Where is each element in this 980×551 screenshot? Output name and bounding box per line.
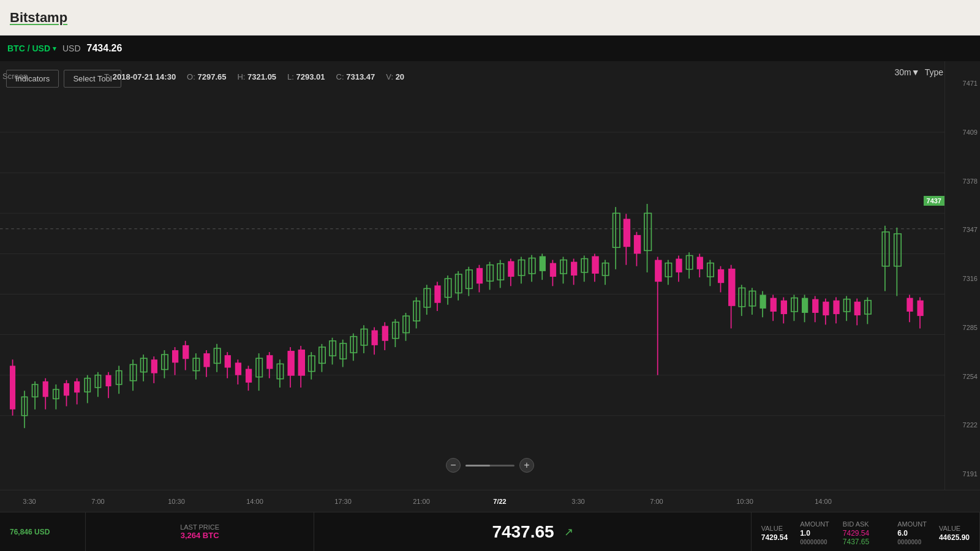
- svg-rect-63: [287, 351, 294, 376]
- last-price-section: LAST PRICE 3,264 BTC: [86, 512, 314, 551]
- svg-rect-25: [85, 378, 90, 392]
- svg-rect-49: [214, 348, 221, 363]
- pair-selector[interactable]: BTC / USD ▾: [7, 43, 56, 53]
- svg-rect-47: [203, 353, 209, 367]
- svg-rect-97: [466, 270, 472, 289]
- current-price: 7434.26: [87, 43, 123, 54]
- price-axis: 7471 7409 7378 7347 7316 7285 7254 7222 …: [944, 61, 980, 490]
- svg-rect-21: [64, 383, 69, 395]
- btc-volume-section: 76,846 USD: [0, 512, 86, 551]
- time-tick: 14:00: [815, 498, 832, 505]
- time-tick: 7:00: [91, 498, 104, 505]
- timeframe-button[interactable]: 30m▼: [895, 67, 920, 77]
- svg-rect-95: [456, 274, 462, 293]
- svg-rect-121: [592, 256, 598, 273]
- svg-rect-27: [95, 375, 100, 388]
- svg-rect-129: [634, 235, 641, 254]
- svg-rect-145: [718, 269, 724, 283]
- last-price-btc: 3,264 BTC: [181, 531, 219, 540]
- svg-rect-73: [340, 343, 346, 359]
- price-tick: 7471: [948, 80, 978, 87]
- candlestick-chart[interactable]: [0, 92, 944, 459]
- svg-rect-177: [894, 234, 901, 266]
- svg-rect-23: [74, 381, 80, 392]
- svg-rect-119: [581, 259, 587, 272]
- price-tick: 7316: [948, 275, 978, 282]
- price-tick: 7222: [948, 421, 978, 429]
- svg-rect-31: [116, 371, 122, 384]
- svg-rect-161: [802, 298, 808, 313]
- chart-container: Screen 30m▼ Type Indicators Select Tool …: [0, 61, 980, 490]
- time-tick: 3:30: [571, 498, 584, 505]
- last-price-usd-section: 7437.65 ↗: [314, 512, 752, 551]
- svg-rect-157: [781, 301, 787, 314]
- svg-rect-91: [434, 285, 440, 302]
- svg-rect-175: [882, 232, 889, 266]
- svg-rect-67: [309, 356, 315, 371]
- svg-rect-171: [854, 302, 861, 315]
- svg-rect-81: [382, 326, 388, 340]
- time-tick: 21:00: [413, 498, 430, 505]
- svg-rect-33: [130, 364, 136, 380]
- svg-rect-15: [32, 384, 38, 397]
- svg-rect-65: [298, 350, 305, 376]
- svg-rect-139: [687, 255, 693, 269]
- price-tick: 7191: [948, 470, 978, 478]
- svg-rect-111: [540, 256, 546, 271]
- zoom-controls: − +: [446, 458, 534, 473]
- chart-type-button[interactable]: Type: [925, 67, 943, 77]
- svg-rect-113: [550, 263, 556, 277]
- order-book-section: VALUE 7429.54 AMOUNT 1.0 00000000 BID AS…: [752, 512, 980, 551]
- svg-rect-71: [330, 341, 336, 356]
- amount-label: AMOUNT: [800, 520, 829, 528]
- svg-rect-61: [277, 364, 283, 378]
- svg-rect-117: [571, 262, 577, 276]
- svg-rect-135: [665, 263, 671, 277]
- price-tick: 7347: [948, 226, 978, 233]
- svg-rect-13: [21, 397, 27, 416]
- svg-rect-69: [319, 347, 325, 363]
- last-price-usd: 7437.65: [492, 522, 554, 542]
- time-axis: 3:30 7:00 10:30 14:00 17:30 21:00 7/22 3…: [0, 490, 980, 512]
- svg-rect-165: [823, 302, 829, 315]
- svg-rect-127: [624, 219, 630, 247]
- svg-rect-77: [361, 329, 367, 345]
- indicators-button[interactable]: Indicators: [6, 70, 59, 88]
- svg-rect-143: [707, 263, 714, 277]
- svg-rect-83: [393, 322, 399, 338]
- svg-rect-99: [477, 268, 483, 283]
- svg-rect-167: [833, 301, 839, 314]
- ohlcv-bar: T: 2018-07-21 14:30 O: 7297.65 H: 7321.0…: [104, 72, 404, 81]
- svg-rect-133: [655, 260, 662, 282]
- amount2-label: AMOUNT: [897, 520, 927, 528]
- svg-rect-131: [644, 213, 651, 250]
- svg-rect-39: [162, 354, 168, 369]
- bid-ask-label: BID ASK: [843, 520, 869, 528]
- zoom-in-button[interactable]: +: [519, 458, 534, 473]
- svg-rect-51: [225, 355, 231, 367]
- svg-rect-109: [529, 258, 535, 274]
- bid-ask-val: 7429.54 7437.65: [843, 529, 885, 546]
- time-tick: 10:30: [736, 498, 753, 505]
- zoom-slider[interactable]: [466, 465, 514, 467]
- time-tick: 3:30: [23, 498, 36, 505]
- svg-rect-19: [53, 389, 59, 399]
- svg-rect-107: [518, 260, 524, 276]
- zoom-out-button[interactable]: −: [446, 458, 461, 473]
- last-price-label: LAST PRICE: [180, 523, 219, 531]
- svg-rect-11: [10, 365, 15, 409]
- current-price-badge: 7437: [924, 196, 944, 206]
- svg-rect-59: [266, 355, 273, 369]
- svg-rect-123: [602, 263, 608, 276]
- price-tick: 7285: [948, 324, 978, 331]
- value2-label: VALUE: [939, 525, 960, 532]
- svg-rect-55: [246, 369, 252, 383]
- svg-rect-87: [413, 301, 420, 321]
- status-bar: 76,846 USD LAST PRICE 3,264 BTC 7437.65 …: [0, 512, 980, 551]
- svg-rect-179: [907, 298, 913, 312]
- svg-rect-43: [183, 345, 189, 359]
- svg-rect-29: [105, 375, 111, 386]
- time-tick: 7:00: [650, 498, 663, 505]
- price-tick: 7254: [948, 373, 978, 380]
- svg-rect-85: [403, 316, 409, 332]
